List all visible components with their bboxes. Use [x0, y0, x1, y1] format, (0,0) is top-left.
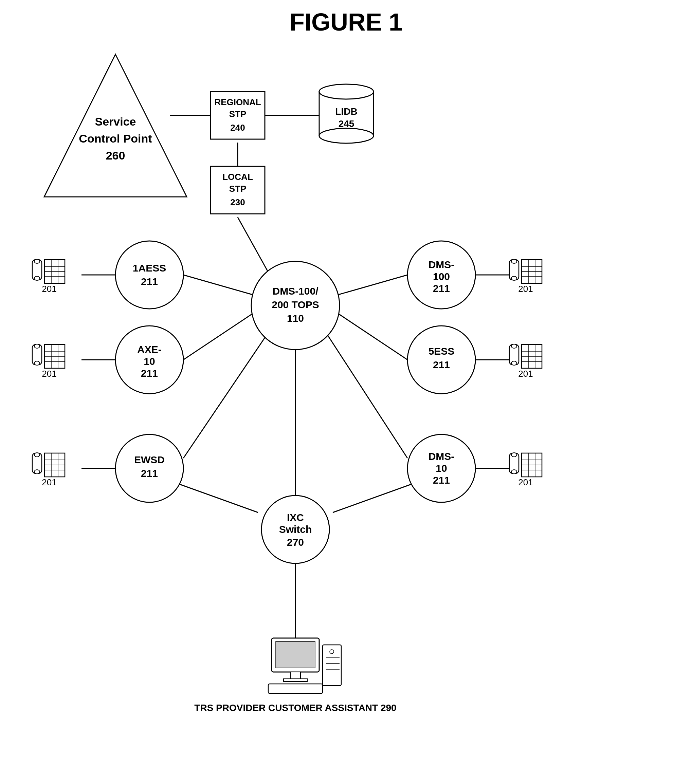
phone-lowerleft-label: 201 — [42, 477, 56, 488]
svg-line-17 — [173, 482, 258, 512]
dms100-right-label1: DMS- — [428, 259, 455, 270]
phone-topleft — [32, 259, 65, 283]
svg-point-67 — [511, 470, 517, 474]
5ess-label2: 211 — [433, 359, 450, 370]
monitor-stand — [290, 672, 301, 679]
dms100-tops-label3: 110 — [287, 313, 304, 324]
axe10-label1: AXE- — [137, 344, 162, 355]
cpu-tower — [322, 645, 341, 685]
svg-point-66 — [511, 453, 517, 457]
phone-midright — [509, 344, 542, 368]
scp-label-line1: Service — [95, 115, 136, 128]
svg-point-49 — [511, 276, 517, 280]
svg-point-39 — [34, 453, 40, 457]
lidb-label1: LIDB — [335, 106, 357, 117]
regional-stp-label3: 240 — [230, 122, 245, 133]
svg-line-18 — [333, 482, 418, 512]
axe10-label2: 10 — [144, 356, 155, 367]
monitor-base — [284, 679, 307, 682]
ixc-label2: Switch — [279, 524, 312, 535]
ixc-label3: 270 — [287, 537, 304, 548]
local-stp-label1: LOCAL — [222, 172, 253, 182]
svg-line-4 — [183, 275, 255, 295]
axe10-label3: 211 — [141, 367, 158, 379]
svg-point-21 — [34, 259, 40, 264]
dms100-right-label3: 211 — [433, 283, 450, 294]
svg-point-58 — [511, 361, 517, 365]
svg-point-48 — [511, 259, 517, 264]
keyboard — [268, 684, 322, 693]
dms10-label3: 211 — [433, 474, 450, 486]
svg-line-8 — [336, 275, 408, 295]
local-stp-label3: 230 — [230, 197, 245, 208]
dms10-label1: DMS- — [428, 451, 455, 462]
phone-lowerright-label: 201 — [518, 477, 533, 488]
dms100-tops-label1: DMS-100/ — [273, 285, 319, 296]
dms100-right-label2: 100 — [433, 271, 450, 282]
dms100-tops-label2: 200 TOPS — [272, 299, 319, 310]
lidb-top — [319, 84, 373, 99]
svg-line-3 — [238, 217, 272, 278]
trs-label: TRS PROVIDER CUSTOMER ASSISTANT 290 — [194, 703, 396, 713]
1aess-label1: 1AESS — [133, 262, 166, 273]
1aess-label2: 211 — [141, 276, 158, 287]
network-diagram: FIGURE 1 Service Control Point 260 — [0, 0, 692, 784]
svg-point-22 — [34, 276, 40, 280]
phone-topleft-label: 201 — [42, 284, 56, 294]
svg-point-30 — [34, 344, 40, 348]
svg-line-6 — [183, 312, 255, 360]
ewsd-label2: 211 — [141, 468, 158, 479]
phone-midright-label: 201 — [518, 369, 533, 379]
svg-line-10 — [336, 312, 408, 360]
svg-point-57 — [511, 344, 517, 348]
phone-lowerright — [509, 453, 542, 477]
1aess-node — [116, 241, 183, 309]
regional-stp-label1: REGIONAL — [214, 97, 261, 107]
phone-topright-label: 201 — [518, 284, 533, 294]
svg-point-40 — [34, 470, 40, 474]
phone-topright — [509, 259, 542, 283]
phone-lowerleft — [32, 453, 65, 477]
svg-point-31 — [34, 361, 40, 365]
lidb-label2: 245 — [339, 119, 355, 129]
figure-title: FIGURE 1 — [290, 8, 402, 36]
ewsd-label1: EWSD — [134, 454, 165, 465]
5ess-label1: 5ESS — [428, 346, 455, 357]
monitor-screen — [276, 641, 315, 668]
scp-label-line3: 260 — [106, 149, 125, 162]
phone-midleft-label: 201 — [42, 369, 56, 379]
phone-midleft — [32, 344, 65, 368]
regional-stp-label2: STP — [229, 109, 246, 119]
lidb-bottom — [319, 128, 373, 143]
local-stp-label2: STP — [229, 184, 246, 194]
dms10-label2: 10 — [436, 463, 447, 474]
scp-label-line2: Control Point — [79, 132, 152, 145]
ixc-label1: IXC — [287, 512, 304, 523]
